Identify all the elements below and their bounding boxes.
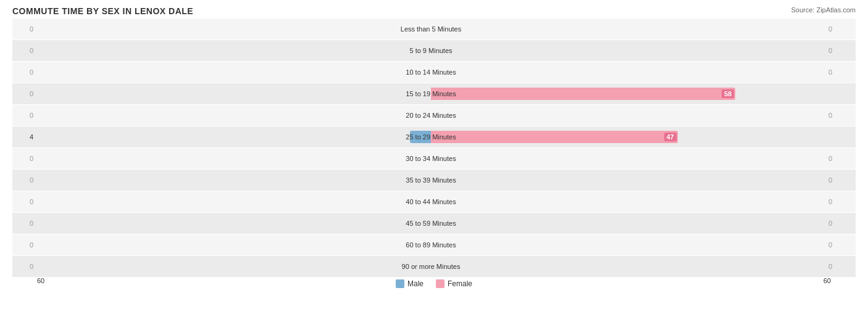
bar-label: Less than 5 Minutes	[401, 25, 461, 33]
bars-wrapper: 5 to 9 Minutes	[37, 40, 825, 61]
female-value-badge: 58	[722, 89, 734, 98]
bars-wrapper: 45 to 59 Minutes	[37, 213, 825, 234]
chart-row: 020 to 24 Minutes0	[12, 105, 856, 126]
male-value: 0	[12, 25, 37, 33]
chart-row: 090 or more Minutes0	[12, 256, 856, 277]
chart-row: 015 to 19 Minutes58	[12, 83, 856, 104]
legend-male-box	[396, 279, 404, 288]
chart-title: COMMUTE TIME BY SEX IN LENOX DALE	[12, 6, 856, 16]
male-value: 0	[12, 263, 37, 270]
female-value: 0	[825, 176, 856, 184]
bar-label: 90 or more Minutes	[402, 263, 461, 270]
bars-wrapper: 40 to 44 Minutes	[37, 191, 825, 212]
bottom-labels: 60 Male Female 60	[12, 277, 856, 288]
bars-wrapper: 60 to 89 Minutes	[37, 234, 825, 255]
chart-row: 060 to 89 Minutes0	[12, 234, 856, 255]
male-value: 0	[12, 176, 37, 184]
chart-area: 0Less than 5 Minutes005 to 9 Minutes0010…	[12, 19, 856, 276]
female-value: 0	[825, 241, 856, 249]
chart-row: 030 to 34 Minutes0	[12, 148, 856, 169]
male-value: 0	[12, 112, 37, 119]
legend-male: Male	[396, 279, 424, 288]
legend-male-label: Male	[407, 279, 424, 288]
chart-row: 035 to 39 Minutes0	[12, 170, 856, 191]
chart-row: 040 to 44 Minutes0	[12, 191, 856, 212]
female-value: 0	[825, 47, 856, 54]
bar-label: 10 to 14 Minutes	[406, 68, 456, 76]
bottom-right-label: 60	[824, 277, 831, 288]
bars-wrapper: 10 to 14 Minutes	[37, 62, 825, 83]
chart-container: COMMUTE TIME BY SEX IN LENOX DALE Source…	[0, 0, 868, 322]
bar-label: 35 to 39 Minutes	[406, 176, 456, 184]
bar-label: 60 to 89 Minutes	[406, 241, 456, 249]
male-value: 0	[12, 68, 37, 76]
male-value: 0	[12, 241, 37, 249]
bars-wrapper: 90 or more Minutes	[37, 256, 825, 277]
bar-label: 45 to 59 Minutes	[406, 220, 456, 227]
female-bar	[431, 131, 678, 143]
bar-label: 20 to 24 Minutes	[406, 112, 456, 119]
male-value: 4	[12, 133, 37, 141]
bar-label: 30 to 34 Minutes	[406, 155, 456, 162]
female-value: 0	[825, 25, 856, 33]
female-bar	[431, 88, 735, 100]
female-value: 0	[825, 68, 856, 76]
bars-wrapper: Less than 5 Minutes	[37, 19, 825, 39]
female-value: 0	[825, 155, 856, 162]
chart-row: 425 to 29 Minutes47	[12, 126, 856, 147]
bar-label: 5 to 9 Minutes	[409, 47, 452, 54]
chart-row: 05 to 9 Minutes0	[12, 40, 856, 61]
bars-wrapper: 25 to 29 Minutes47	[37, 126, 825, 147]
legend-female-box	[436, 279, 444, 288]
male-value: 0	[12, 198, 37, 205]
chart-row: 010 to 14 Minutes0	[12, 62, 856, 83]
female-value: 0	[825, 198, 856, 205]
chart-source: Source: ZipAtlas.com	[791, 6, 856, 14]
female-value: 0	[825, 112, 856, 119]
female-value: 0	[825, 220, 856, 227]
legend: Male Female	[396, 279, 472, 288]
male-value: 0	[12, 155, 37, 162]
female-value-badge: 47	[664, 133, 677, 141]
male-value: 0	[12, 220, 37, 227]
bar-label: 40 to 44 Minutes	[406, 198, 456, 205]
legend-female-label: Female	[448, 279, 472, 288]
chart-row: 045 to 59 Minutes0	[12, 213, 856, 234]
bars-wrapper: 30 to 34 Minutes	[37, 148, 825, 169]
bars-wrapper: 35 to 39 Minutes	[37, 170, 825, 191]
bars-wrapper: 20 to 24 Minutes	[37, 105, 825, 126]
bottom-left-label: 60	[37, 277, 44, 288]
legend-female: Female	[436, 279, 472, 288]
bars-wrapper: 15 to 19 Minutes58	[37, 83, 825, 104]
chart-row: 0Less than 5 Minutes0	[12, 19, 856, 39]
female-value: 0	[825, 263, 856, 270]
male-bar	[410, 131, 431, 143]
male-value: 0	[12, 90, 37, 97]
male-value: 0	[12, 47, 37, 54]
